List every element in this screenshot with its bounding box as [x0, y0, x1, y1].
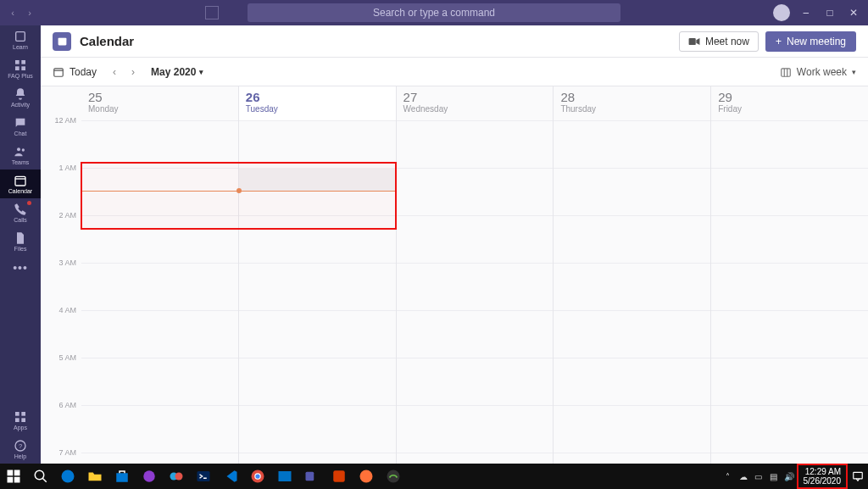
day-header[interactable]: 29 Friday: [711, 86, 868, 120]
taskbar-search[interactable]: [27, 464, 54, 489]
prev-week-button[interactable]: ‹: [107, 66, 122, 78]
rail-chat[interactable]: Chat: [0, 112, 41, 141]
today-icon: [53, 66, 64, 78]
svg-rect-0: [16, 32, 25, 42]
hour-label: 4 AM: [41, 306, 81, 353]
rail-teams[interactable]: Teams: [0, 141, 41, 169]
page-title: Calendar: [80, 34, 134, 48]
calendar-grid: 25 Monday 26 Tuesday 27 Wednesday 28 Thu…: [41, 86, 868, 464]
svg-rect-25: [8, 477, 14, 483]
day-header[interactable]: 27 Wednesday: [397, 86, 554, 120]
taskbar-firefox[interactable]: [353, 464, 380, 489]
window-close-icon[interactable]: ✕: [846, 7, 861, 19]
day-header[interactable]: 25 Monday: [81, 86, 239, 120]
taskbar-explorer[interactable]: [81, 464, 108, 489]
back-icon[interactable]: ‹: [7, 8, 19, 18]
taskbar-outlook[interactable]: [271, 464, 298, 489]
search-input[interactable]: Search or type a command: [248, 3, 620, 22]
taskbar-snip[interactable]: [326, 464, 353, 489]
tray-volume-icon[interactable]: 🔊: [782, 464, 797, 489]
action-center-icon[interactable]: [848, 470, 868, 482]
edge-icon: [60, 469, 75, 484]
today-button[interactable]: Today: [53, 66, 97, 78]
svg-rect-43: [854, 472, 863, 479]
taskbar-app2[interactable]: [163, 464, 190, 489]
app-icon: [169, 469, 184, 484]
svg-rect-10: [21, 412, 25, 416]
svg-rect-2: [21, 60, 25, 64]
day-header-today[interactable]: 26 Tuesday: [239, 86, 397, 120]
hour-label: 12 AM: [41, 116, 81, 164]
rail-apps[interactable]: Apps: [0, 406, 41, 435]
svg-rect-18: [54, 68, 64, 75]
day-column[interactable]: [711, 120, 868, 464]
taskbar-app1[interactable]: [136, 464, 163, 489]
next-week-button[interactable]: ›: [125, 66, 141, 78]
grid-icon: [14, 58, 27, 72]
rail-calls[interactable]: Calls: [0, 198, 41, 227]
window-minimize-icon[interactable]: ‒: [798, 7, 814, 19]
start-button[interactable]: [0, 464, 27, 489]
folder-icon: [87, 469, 103, 484]
badge-icon: [27, 201, 31, 205]
avatar[interactable]: [773, 4, 790, 21]
store-icon: [114, 469, 130, 484]
month-picker[interactable]: May 2020 ▾: [151, 66, 203, 78]
chevron-down-icon: ▾: [199, 68, 203, 76]
tray-network-icon[interactable]: ▤: [766, 464, 782, 489]
day-column[interactable]: [554, 120, 711, 464]
svg-rect-38: [279, 471, 292, 481]
taskbar-chrome[interactable]: [244, 464, 271, 489]
taskbar-teams[interactable]: [298, 464, 326, 489]
teams-icon: [304, 469, 320, 484]
window-maximize-icon[interactable]: □: [822, 7, 837, 19]
video-icon: [688, 37, 700, 46]
taskbar-app3[interactable]: [380, 464, 407, 489]
new-note-icon[interactable]: [205, 6, 219, 19]
rail-activity[interactable]: Activity: [0, 83, 41, 112]
svg-rect-16: [58, 38, 66, 41]
meet-now-button[interactable]: Meet now: [679, 31, 759, 52]
outlook-icon: [277, 469, 292, 484]
new-meeting-button[interactable]: + New meeting: [765, 31, 856, 52]
app-icon: [386, 469, 401, 484]
firefox-icon: [359, 469, 374, 484]
rail-more[interactable]: •••: [13, 256, 28, 280]
grid-area: 12 AM 1 AM 2 AM 3 AM 4 AM 5 AM 6 AM 7 AM: [41, 120, 868, 464]
svg-rect-7: [15, 176, 25, 186]
snip-icon: [331, 469, 347, 484]
vscode-icon: [223, 469, 238, 484]
svg-rect-17: [689, 37, 696, 44]
people-icon: [14, 145, 27, 158]
day-column[interactable]: [397, 120, 554, 464]
day-column[interactable]: [81, 120, 239, 464]
tray-battery-icon[interactable]: ▭: [751, 464, 766, 489]
day-columns[interactable]: [81, 120, 868, 464]
rail-help[interactable]: ? Help: [0, 435, 41, 464]
svg-point-27: [35, 470, 44, 480]
hour-label: 3 AM: [41, 258, 81, 306]
svg-point-41: [360, 470, 373, 483]
page-header: Calendar Meet now + New meeting: [41, 25, 868, 58]
view-picker[interactable]: Work week ▾: [780, 66, 856, 78]
taskbar-store[interactable]: [108, 464, 136, 489]
windows-icon: [6, 469, 21, 484]
bell-icon: [14, 87, 27, 101]
taskbar-clock[interactable]: 12:29 AM 5/26/2020: [797, 464, 849, 489]
apps-icon: [14, 410, 27, 424]
book-icon: [14, 30, 27, 43]
taskbar-edge[interactable]: [54, 464, 81, 489]
taskbar-vscode[interactable]: [217, 464, 244, 489]
svg-text:?: ?: [19, 442, 22, 450]
rail-faqplus[interactable]: FAQ Plus: [0, 54, 41, 83]
rail-files[interactable]: Files: [0, 227, 41, 256]
tray-chevron-icon[interactable]: ˄: [721, 464, 736, 489]
taskbar-powershell[interactable]: [190, 464, 217, 489]
day-header[interactable]: 28 Thursday: [554, 86, 711, 120]
svg-rect-12: [21, 418, 25, 422]
forward-icon[interactable]: ›: [24, 8, 36, 18]
calendar-view-icon: [780, 66, 792, 78]
rail-calendar[interactable]: Calendar: [0, 169, 41, 198]
tray-cloud-icon[interactable]: ☁: [736, 464, 751, 489]
rail-learn[interactable]: Learn: [0, 25, 41, 54]
